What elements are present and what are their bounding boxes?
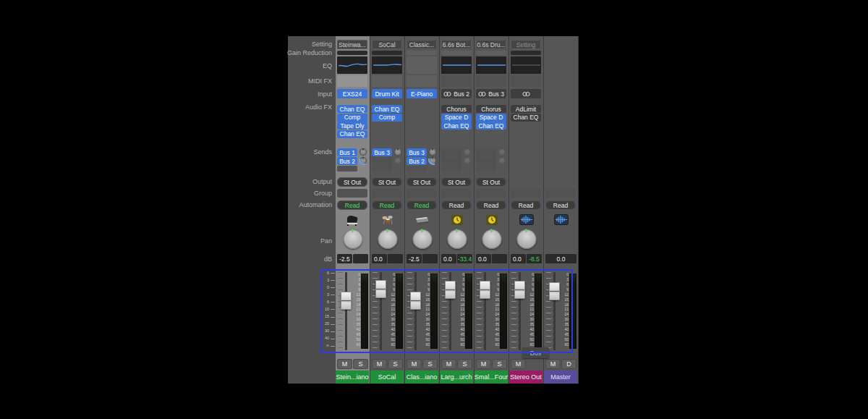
solo-button[interactable]: S xyxy=(353,359,368,369)
group-slot[interactable] xyxy=(511,189,541,198)
automation-mode-button[interactable]: Read xyxy=(511,200,541,210)
automation-mode-button[interactable]: Read xyxy=(476,200,506,210)
midi-fx-slot[interactable] xyxy=(441,75,472,87)
send-button[interactable]: Bus 2 xyxy=(337,157,357,165)
db-value[interactable]: 0.0 xyxy=(511,254,526,263)
group-slot[interactable] xyxy=(372,189,402,198)
mute-button[interactable]: M xyxy=(545,359,561,369)
solo-button[interactable]: S xyxy=(388,359,403,369)
setting-button[interactable]: Classic... xyxy=(407,40,437,49)
setting-button[interactable]: Steinwa... xyxy=(337,40,367,49)
audio-fx-button[interactable]: Comp xyxy=(337,114,367,122)
solo-button[interactable]: S xyxy=(492,359,507,369)
audio-fx-button[interactable]: Chorus xyxy=(441,105,472,113)
group-slot[interactable] xyxy=(441,189,472,198)
empty-send-slot[interactable] xyxy=(441,148,461,156)
automation-mode-button[interactable]: Read xyxy=(337,200,367,210)
output-button[interactable]: St Out xyxy=(476,177,506,187)
input-button[interactable]: Bus 3 xyxy=(476,89,506,98)
empty-send-slot[interactable] xyxy=(441,157,461,165)
dim-button[interactable]: D xyxy=(561,359,576,369)
solo-button[interactable]: S xyxy=(422,359,438,369)
db-value[interactable]: 0.0 xyxy=(441,254,456,263)
input-button[interactable]: Bus 2 xyxy=(441,89,472,98)
automation-mode-button[interactable]: Read xyxy=(441,200,472,210)
midi-fx-slot[interactable] xyxy=(372,75,402,87)
empty-send-slot[interactable] xyxy=(476,148,496,156)
track-name[interactable]: Master xyxy=(544,371,577,384)
setting-button[interactable]: 6.6s Bot... xyxy=(441,40,472,49)
audio-fx-button[interactable]: Chan EQ xyxy=(441,122,472,130)
volume-fader[interactable] xyxy=(341,292,352,310)
volume-fader[interactable] xyxy=(375,280,386,298)
audio-fx-button[interactable]: Chan EQ xyxy=(337,130,367,138)
audio-fx-button[interactable]: Chorus xyxy=(476,105,506,113)
db-value[interactable]: 0.0 xyxy=(476,254,491,263)
output-button[interactable]: St Out xyxy=(372,177,402,187)
setting-button[interactable]: 0.6s Dru... xyxy=(476,40,506,49)
channel-strip[interactable]: SoCalDrum KitChan EQCompBus 3St OutRead0… xyxy=(370,36,405,384)
volume-fader[interactable] xyxy=(480,281,490,299)
setting-button[interactable]: Setting xyxy=(511,40,541,49)
track-name[interactable]: SoCal xyxy=(370,371,404,384)
track-name[interactable]: Stereo Out xyxy=(509,371,542,384)
send-level-knob[interactable] xyxy=(429,157,436,164)
midi-fx-slot[interactable] xyxy=(476,75,506,87)
group-slot[interactable] xyxy=(545,189,576,198)
setting-button[interactable]: SoCal xyxy=(372,40,402,49)
send-button[interactable]: Bus 3 xyxy=(372,148,392,156)
send-level-knob[interactable] xyxy=(359,157,367,164)
mute-button[interactable]: M xyxy=(511,359,526,369)
channel-strip[interactable]: Classic...E-PianoBus 3Bus 2St OutRead-2.… xyxy=(405,36,440,384)
eq-thumbnail[interactable] xyxy=(337,56,367,74)
mute-button[interactable]: M xyxy=(337,359,352,369)
channel-strip[interactable]: SettingAdLimitChan EQRead0.0-8.503691215… xyxy=(509,36,544,384)
db-value[interactable]: 0.0 xyxy=(372,254,387,263)
channel-strip[interactable]: Read0.003691215182124303540455060MDMaste… xyxy=(544,36,579,384)
eq-thumbnail[interactable] xyxy=(372,56,402,74)
channel-strip[interactable]: Steinwa...EXS24Chan EQCompTape DlyChan E… xyxy=(336,36,370,384)
output-button[interactable]: St Out xyxy=(337,177,367,187)
db-value[interactable]: -2.5 xyxy=(407,254,422,263)
mute-button[interactable]: M xyxy=(476,359,491,369)
pan-knob[interactable] xyxy=(447,229,467,249)
send-level-knob[interactable] xyxy=(429,148,436,156)
group-slot[interactable] xyxy=(407,189,437,198)
pan-knob[interactable] xyxy=(482,229,501,249)
eq-thumbnail[interactable] xyxy=(407,56,437,74)
input-button[interactable]: E-Piano xyxy=(407,89,437,98)
send-button[interactable]: Bus 3 xyxy=(407,148,427,156)
track-name[interactable]: Clas...iano xyxy=(405,371,438,384)
pan-knob[interactable] xyxy=(412,229,432,249)
audio-fx-button[interactable]: Chan EQ xyxy=(337,105,367,113)
eq-thumbnail[interactable] xyxy=(511,56,541,74)
db-value[interactable]: -2.5 xyxy=(337,254,352,263)
channel-strip[interactable]: 6.6s Bot...Bus 2ChorusSpace DChan EQSt O… xyxy=(440,36,475,384)
automation-mode-button[interactable]: Read xyxy=(372,200,402,210)
send-level-knob[interactable] xyxy=(359,148,367,156)
volume-fader[interactable] xyxy=(549,282,560,300)
send-button[interactable]: Bus 1 xyxy=(337,148,357,156)
solo-button[interactable]: S xyxy=(457,359,472,369)
empty-send-slot[interactable] xyxy=(372,157,392,165)
track-name[interactable]: Stein...iano xyxy=(336,371,369,384)
output-button[interactable]: St Out xyxy=(441,177,472,187)
audio-fx-button[interactable]: Space D xyxy=(476,114,506,122)
audio-fx-button[interactable]: Chan EQ xyxy=(372,105,402,113)
audio-fx-button[interactable]: AdLimit xyxy=(511,105,541,113)
volume-fader[interactable] xyxy=(410,292,421,310)
channel-strip[interactable]: 0.6s Dru...Bus 3ChorusSpace DChan EQSt O… xyxy=(475,36,509,384)
midi-fx-slot[interactable] xyxy=(511,75,541,87)
mute-button[interactable]: M xyxy=(372,359,387,369)
db-value[interactable]: 0.0 xyxy=(545,254,576,263)
group-slot[interactable] xyxy=(476,189,506,198)
midi-fx-slot[interactable] xyxy=(407,75,437,87)
track-name[interactable]: Smal...Four xyxy=(475,371,508,384)
automation-mode-button[interactable]: Read xyxy=(545,200,576,210)
track-name[interactable]: Larg...urch xyxy=(440,371,473,384)
eq-thumbnail[interactable] xyxy=(441,56,472,74)
audio-fx-button[interactable]: Space D xyxy=(441,114,472,122)
input-button[interactable] xyxy=(511,89,541,98)
audio-fx-button[interactable]: Tape Dly xyxy=(337,122,367,130)
mute-button[interactable]: M xyxy=(441,359,456,369)
